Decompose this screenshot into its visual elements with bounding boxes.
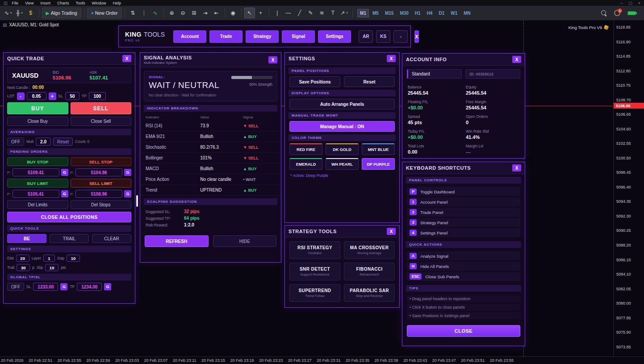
close-window-button[interactable]: × [638, 1, 640, 5]
trendline-tool-button[interactable]: ╱ [294, 8, 305, 18]
menu-item[interactable]: Window [92, 1, 106, 5]
market-watch-button[interactable]: $ [25, 8, 36, 18]
mult-input[interactable]: 2.0 [36, 138, 51, 146]
depth-of-market-button[interactable]: ⇅ [128, 8, 138, 18]
buy-stop-price-input[interactable]: 5109.41 [13, 168, 59, 176]
global-tpsl-off-toggle[interactable]: OFF [7, 283, 24, 291]
strategy-tool-button[interactable]: MA CROSSOVER Moving Average [344, 241, 395, 259]
close-panel-button[interactable]: X [122, 55, 131, 62]
trail-input[interactable]: 30 [17, 264, 30, 271]
sell-limit-button[interactable]: SELL LIMIT [71, 179, 132, 188]
lot-input[interactable]: 0.05 [27, 92, 46, 100]
shift-chart-left-button[interactable]: ⇤ [211, 8, 222, 18]
averaging-off-toggle[interactable]: OFF [7, 138, 24, 146]
time-axis[interactable]: 20 Feb 202620 Feb 22:5120 Feb 22:5520 Fe… [0, 356, 644, 364]
close-all-positions-button[interactable]: CLOSE ALL POSITIONS [7, 212, 131, 222]
theme-button[interactable]: RED FIRE [289, 143, 322, 155]
close-panel-button[interactable]: X [387, 55, 396, 62]
dist-input[interactable]: 20 [16, 255, 29, 262]
timeframe-button[interactable]: MN [461, 9, 473, 17]
market-profile-button[interactable]: ⋮ [139, 8, 150, 18]
zoom-in-button[interactable]: ⊕ [167, 8, 177, 18]
quick-trade-header[interactable]: QUICK TRADE X [4, 53, 135, 65]
king-nav-button[interactable]: Settings [318, 30, 351, 43]
algo-trading-button[interactable]: ▶Algo Trading [42, 8, 81, 18]
global-tp-input[interactable]: 1234.00 [77, 283, 102, 291]
notification-icon[interactable]: 1 [614, 10, 620, 16]
cursor-tool-button[interactable]: ↖ [244, 8, 255, 18]
price-axis[interactable]: 5118.955116.905114.855112.805110.755108.… [613, 21, 644, 356]
king-nav-button[interactable]: Trade [209, 30, 243, 43]
save-positions-button[interactable]: Save Positions [289, 76, 340, 87]
close-sell-button[interactable]: Close Sell [71, 117, 132, 126]
buy-stop-grid-button[interactable]: G [61, 169, 68, 176]
buy-button[interactable]: BUY [7, 102, 68, 114]
slip-input[interactable]: 10 [45, 264, 59, 271]
menu-item[interactable]: Help [113, 1, 121, 5]
layer-input[interactable]: 1 [43, 255, 55, 262]
timeframe-button[interactable]: M30 [397, 9, 411, 17]
lot-decrease-button[interactable]: - [17, 92, 25, 100]
global-sl-input[interactable]: 1233.00 [33, 283, 58, 291]
hide-button[interactable]: HIDE [213, 235, 277, 247]
trail-button[interactable]: TRAIL [50, 234, 89, 243]
delete-limits-button[interactable]: Del Limits [7, 200, 68, 209]
text-tool-button[interactable]: T [328, 8, 339, 18]
timeframe-button[interactable]: H4 [424, 9, 435, 17]
zigzag-tool-button[interactable]: ∿ [150, 8, 161, 18]
tile-windows-button[interactable]: ⊞ [189, 8, 200, 18]
global-sl-grid-button[interactable]: G [60, 283, 67, 290]
shift-chart-right-button[interactable]: ⇥ [200, 8, 211, 18]
theme-button[interactable]: DK GOLD [326, 143, 359, 155]
settings-panel-header[interactable]: SETTINGS X [285, 53, 399, 65]
global-tp-grid-button[interactable]: G [104, 283, 111, 290]
panel-scrollbar-thumb[interactable] [136, 195, 138, 207]
sell-stop-price-input[interactable]: 5104.96 [75, 168, 122, 176]
strategy-tool-button[interactable]: RSI STRATEGY Oscillator [289, 241, 340, 259]
search-icon[interactable] [601, 10, 607, 16]
close-panel-button[interactable]: X [512, 56, 521, 63]
sell-button[interactable]: SELL [71, 102, 132, 114]
horizontal-line-tool-button[interactable]: ― [283, 8, 294, 18]
buy-stop-button[interactable]: BUY STOP [7, 157, 68, 166]
king-mini-button[interactable]: AR [359, 30, 373, 43]
close-panel-button[interactable]: X [512, 164, 521, 172]
candle-style-dropdown[interactable]: ╫▾ [14, 8, 25, 18]
averaging-reset-button[interactable]: Reset [53, 138, 73, 146]
arrows-tool-dropdown[interactable]: ↗▾ [339, 8, 350, 18]
minimize-button[interactable]: – [620, 1, 623, 5]
sell-limit-grid-button[interactable]: G [124, 190, 131, 197]
tp-input[interactable]: 100 [89, 92, 106, 100]
king-mini-button[interactable]: - [393, 30, 408, 43]
sell-stop-button[interactable]: SELL STOP [71, 157, 132, 166]
chart-type-dropdown[interactable]: ∿▾ [3, 8, 14, 18]
signal-panel-header[interactable]: SIGNAL ANALYSIS Multi-Indicator System X [140, 53, 281, 67]
timeframe-button[interactable]: H1 [412, 9, 423, 17]
gap-input[interactable]: 10 [67, 255, 80, 262]
equidistant-tool-button[interactable]: ≋ [317, 8, 327, 18]
theme-button[interactable]: MNT BLUE [362, 143, 395, 155]
account-panel-header[interactable]: ACCOUNT INFO X [402, 54, 525, 66]
buy-limit-button[interactable]: BUY LIMIT [7, 179, 68, 188]
theme-button[interactable]: DP PURPLE [362, 158, 395, 170]
buy-limit-price-input[interactable]: 5105.41 [13, 190, 59, 198]
close-panel-button[interactable]: X [387, 228, 396, 235]
strategy-tool-button[interactable]: SUPERTREND Trend Follow [289, 284, 340, 302]
king-close-button[interactable]: X [414, 30, 418, 43]
timeframe-button[interactable]: M15 [382, 9, 396, 17]
timeframe-button[interactable]: M1 [357, 9, 369, 17]
king-nav-button[interactable]: Strategy [246, 30, 279, 43]
new-order-button[interactable]: +New Order [87, 8, 122, 18]
manage-manual-toggle[interactable]: Manage Manual : ON [289, 121, 395, 132]
sell-stop-grid-button[interactable]: G [124, 169, 131, 176]
sl-input[interactable]: 50 [65, 92, 79, 100]
king-mini-button[interactable]: KS [376, 30, 390, 43]
auto-arrange-button[interactable]: Auto Arrange Panels [289, 99, 395, 109]
close-buy-button[interactable]: Close Buy [7, 117, 68, 126]
timeframe-button[interactable]: M5 [370, 9, 381, 17]
shortcuts-panel-header[interactable]: KEYBOARD SHORTCUTS X [402, 162, 525, 174]
strategy-panel-header[interactable]: STRATEGY TOOLS X [285, 226, 399, 238]
clear-button[interactable]: CLEAR [92, 234, 131, 243]
timeframe-button[interactable]: D1 [436, 9, 447, 17]
strategy-tool-button[interactable]: SNR DETECT Support Resistance [289, 263, 340, 280]
